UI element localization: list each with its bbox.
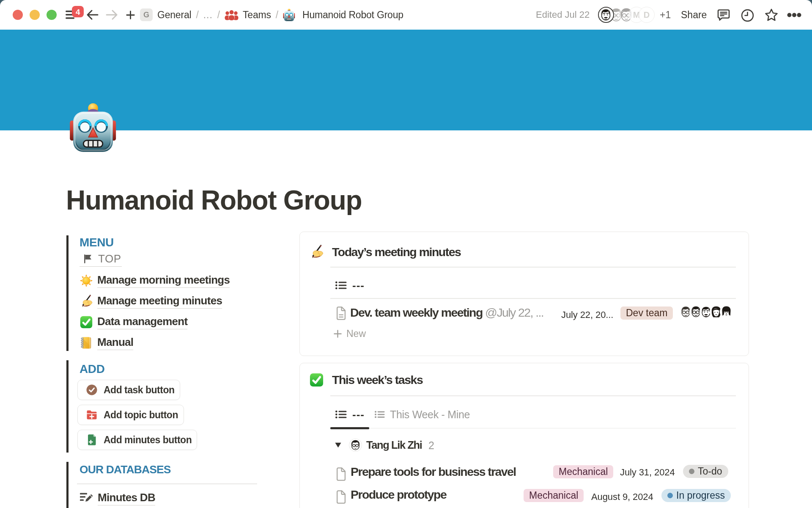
svg-text:4: 4: [76, 8, 80, 17]
